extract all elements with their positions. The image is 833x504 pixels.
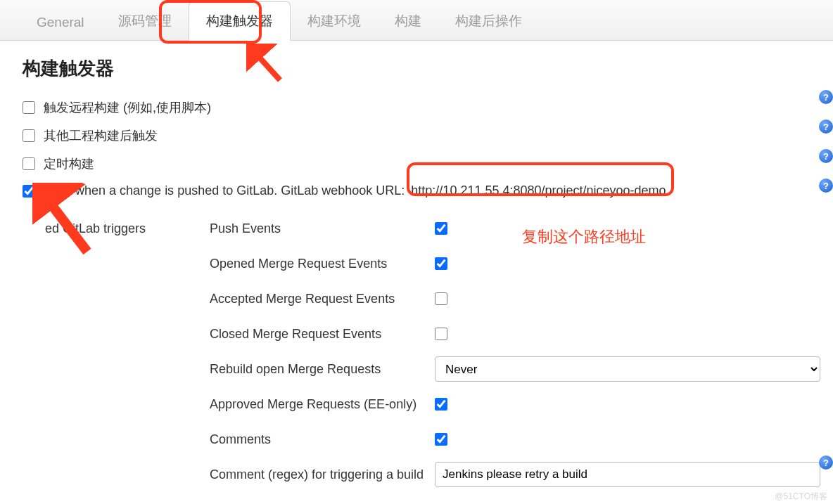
trigger-opened-mr-label: Opened Merge Request Events <box>210 257 435 271</box>
help-icon[interactable]: ? <box>819 119 833 134</box>
help-icon[interactable]: ? <box>819 90 833 104</box>
option-gitlab-push-label: Build when a change is pushed to GitLab.… <box>44 183 666 198</box>
trigger-accepted-mr-label: Accepted Merge Request Events <box>210 292 435 306</box>
gitlab-label-prefix: Build when a change is pushed to GitLab.… <box>44 183 405 198</box>
watermark: @51CTO博客 <box>775 491 827 503</box>
section-title: 构建触发器 <box>23 56 833 81</box>
input-comment-regex[interactable] <box>435 462 820 487</box>
checkbox-remote-trigger[interactable] <box>23 101 35 114</box>
trigger-push-label: Push Events <box>210 221 435 236</box>
tab-build-env[interactable]: 构建环境 <box>291 2 378 40</box>
checkbox-closed-mr[interactable] <box>435 328 447 340</box>
tab-post-build[interactable]: 构建后操作 <box>438 2 539 40</box>
checkbox-after-other[interactable] <box>23 129 35 142</box>
option-remote-trigger-label: 触发远程构建 (例如,使用脚本) <box>44 99 211 116</box>
checkbox-gitlab-push[interactable] <box>23 185 35 198</box>
tab-build-triggers[interactable]: 构建触发器 <box>189 1 291 41</box>
trigger-comments-label: Comments <box>210 432 435 447</box>
option-gitlab-push[interactable]: Build when a change is pushed to GitLab.… <box>23 183 833 198</box>
tab-general[interactable]: General <box>20 5 101 40</box>
trigger-closed-mr-label: Closed Merge Request Events <box>210 327 435 342</box>
option-cron-label: 定时构建 <box>44 155 94 172</box>
tab-scm[interactable]: 源码管理 <box>101 2 189 40</box>
gitlab-webhook-url: http://10.211.55.4:8080/project/niceyoo-… <box>411 183 666 198</box>
checkbox-opened-mr[interactable] <box>435 257 447 270</box>
option-after-other[interactable]: 其他工程构建后触发 <box>23 127 833 144</box>
tab-build[interactable]: 构建 <box>378 2 438 40</box>
option-after-other-label: 其他工程构建后触发 <box>44 127 158 144</box>
checkbox-comments[interactable] <box>435 433 447 446</box>
checkbox-accepted-mr[interactable] <box>435 292 447 305</box>
checkbox-approved-mr[interactable] <box>435 398 447 411</box>
help-icons-column: ? ? ? ? <box>819 90 833 193</box>
option-cron[interactable]: 定时构建 <box>23 155 833 172</box>
gitlab-triggers-block: ed GitLab triggers Push Events Opened Me… <box>45 211 833 492</box>
help-icon[interactable]: ? <box>819 149 833 163</box>
annotation-copy-hint: 复制这个路径地址 <box>522 226 646 247</box>
help-icon[interactable]: ? <box>819 455 833 470</box>
select-rebuild-open-mr[interactable]: Never <box>435 356 820 382</box>
trigger-comment-regex-label: Comment (regex) for triggering a build <box>210 467 435 482</box>
trigger-approved-mr-label: Approved Merge Requests (EE-only) <box>210 397 435 412</box>
config-tabs: General 源码管理 构建触发器 构建环境 构建 构建后操作 <box>0 0 833 41</box>
option-remote-trigger[interactable]: 触发远程构建 (例如,使用脚本) <box>23 99 833 116</box>
enabled-triggers-label: ed GitLab triggers <box>45 221 210 236</box>
checkbox-push-events[interactable] <box>435 222 447 235</box>
checkbox-cron[interactable] <box>23 157 35 170</box>
help-icon[interactable]: ? <box>819 179 833 193</box>
trigger-options: 触发远程构建 (例如,使用脚本) 其他工程构建后触发 定时构建 Build wh… <box>23 99 833 198</box>
trigger-rebuild-open-label: Rebuild open Merge Requests <box>210 362 435 377</box>
